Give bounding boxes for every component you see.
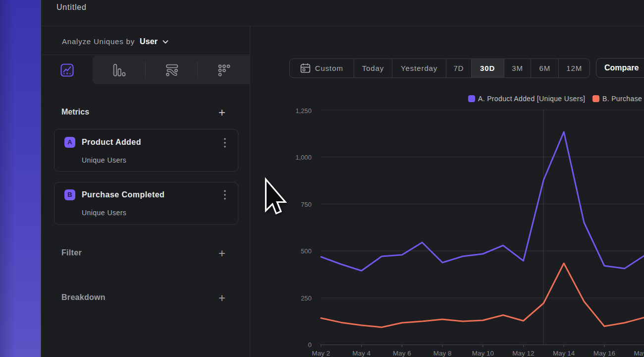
svg-text:May 12: May 12: [512, 350, 534, 357]
svg-text:500: 500: [301, 247, 312, 255]
svg-text:0: 0: [308, 341, 312, 349]
svg-text:750: 750: [301, 201, 312, 208]
svg-text:250: 250: [301, 295, 312, 302]
svg-text:May 4: May 4: [352, 350, 371, 357]
svg-text:May 14: May 14: [553, 350, 575, 357]
svg-text:May 6: May 6: [393, 350, 411, 357]
svg-text:1,000: 1,000: [295, 154, 312, 161]
svg-text:May 10: May 10: [472, 350, 494, 357]
svg-text:1,250: 1,250: [295, 107, 312, 115]
svg-text:May 8: May 8: [433, 350, 452, 357]
svg-text:May 16: May 16: [593, 350, 615, 357]
svg-text:May 2: May 2: [312, 350, 330, 357]
svg-text:May 18: May 18: [634, 350, 644, 357]
